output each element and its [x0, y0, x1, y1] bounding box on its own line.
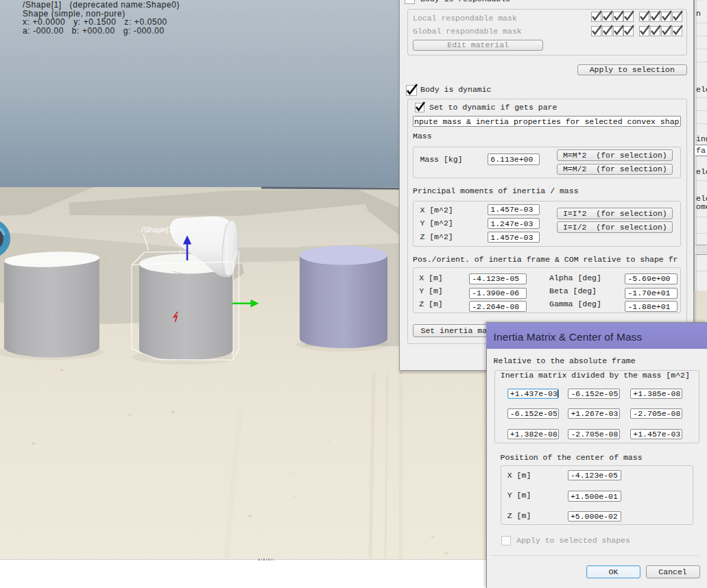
- svg-text:/Shape[1]: /Shape[1]: [141, 225, 175, 234]
